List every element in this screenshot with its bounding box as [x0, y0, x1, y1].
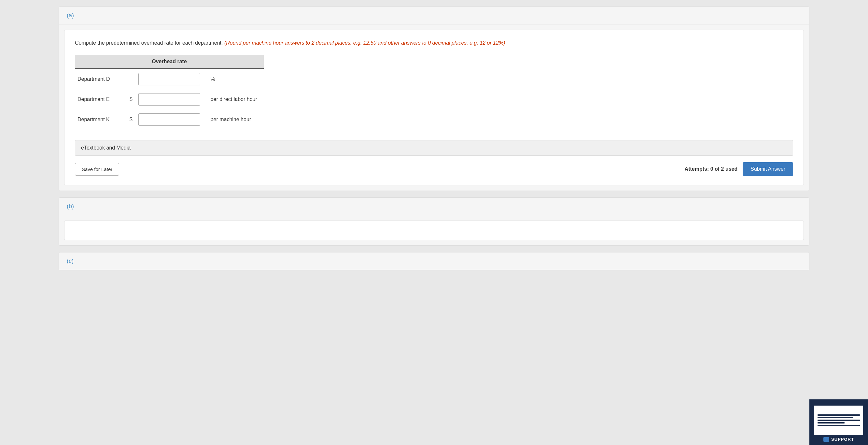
attempts-text: Attempts: 0 of 2 used — [685, 166, 738, 172]
submit-answer-button[interactable]: Submit Answer — [743, 162, 793, 176]
etextbook-bar[interactable]: eTextbook and Media — [75, 140, 793, 156]
preview-line-5 — [817, 425, 860, 426]
support-label: SUPPORT — [824, 437, 854, 442]
right-group: Attempts: 0 of 2 used Submit Answer — [685, 162, 793, 176]
section-c-header: (c) — [59, 253, 809, 270]
preview-line-2 — [817, 417, 854, 418]
section-b-body — [64, 220, 804, 240]
dept-k-label: Department K — [75, 110, 127, 130]
support-widget[interactable]: SUPPORT — [809, 399, 868, 445]
action-row: Save for Later Attempts: 0 of 2 used Sub… — [75, 162, 793, 176]
section-a-body: Compute the predetermined overhead rate … — [64, 30, 804, 185]
table-row: Department E $ per direct labor hour — [75, 89, 264, 110]
dept-e-input-cell — [136, 89, 208, 110]
section-a: (a) Compute the predetermined overhead r… — [59, 6, 809, 191]
support-text: SUPPORT — [831, 437, 854, 442]
instruction-plain: Compute the predetermined overhead rate … — [75, 40, 224, 46]
save-for-later-button[interactable]: Save for Later — [75, 163, 119, 176]
dept-e-input[interactable] — [138, 93, 200, 106]
dept-k-suffix: per machine hour — [208, 110, 264, 130]
dept-d-suffix: % — [208, 69, 264, 89]
dept-d-label: Department D — [75, 69, 127, 89]
dept-d-prefix-cell — [127, 69, 136, 89]
etextbook-label: eTextbook and Media — [81, 145, 130, 150]
dept-d-input[interactable] — [138, 73, 200, 85]
dept-k-prefix: $ — [127, 110, 136, 130]
section-a-label: (a) — [67, 12, 74, 19]
section-a-header: (a) — [59, 7, 809, 24]
instruction-highlight: (Round per machine hour answers to 2 dec… — [224, 40, 505, 46]
preview-line-1 — [817, 414, 860, 416]
support-widget-preview — [814, 406, 863, 435]
dept-e-suffix: per direct labor hour — [208, 89, 264, 110]
support-icon — [824, 437, 829, 442]
section-b-label: (b) — [67, 203, 74, 209]
preview-line-3 — [817, 420, 860, 421]
overhead-table-header: Overhead rate — [75, 55, 264, 69]
section-b: (b) — [59, 198, 809, 246]
section-b-header: (b) — [59, 198, 809, 215]
section-c: (c) — [59, 252, 809, 270]
dept-k-input-cell — [136, 110, 208, 130]
dept-e-label: Department E — [75, 89, 127, 110]
dept-e-prefix: $ — [127, 89, 136, 110]
section-c-label: (c) — [67, 258, 73, 264]
dept-d-input-cell — [136, 69, 208, 89]
overhead-table: Overhead rate Department D % Department … — [75, 55, 264, 130]
preview-line-4 — [817, 422, 844, 423]
instruction-text: Compute the predetermined overhead rate … — [75, 39, 793, 47]
dept-k-input[interactable] — [138, 113, 200, 126]
table-row: Department D % — [75, 69, 264, 89]
table-row: Department K $ per machine hour — [75, 110, 264, 130]
